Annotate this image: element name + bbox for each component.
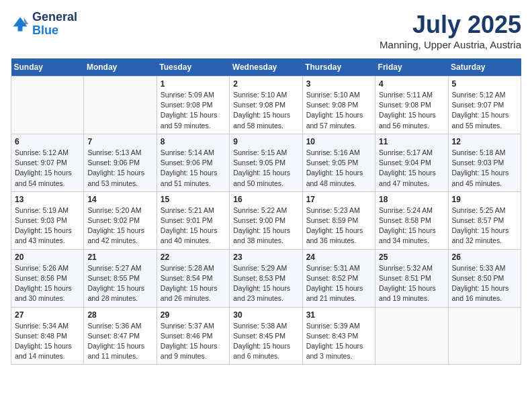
day-number: 5 (452, 79, 517, 89)
day-number: 1 (161, 79, 226, 89)
day-info: Sunrise: 5:17 AM Sunset: 9:04 PM Dayligh… (379, 148, 444, 189)
day-info: Sunrise: 5:36 AM Sunset: 8:47 PM Dayligh… (87, 321, 152, 362)
calendar-cell: 3Sunrise: 5:10 AM Sunset: 9:08 PM Daylig… (302, 77, 375, 134)
day-info: Sunrise: 5:18 AM Sunset: 9:03 PM Dayligh… (452, 148, 517, 189)
day-number: 29 (161, 310, 226, 320)
day-number: 10 (306, 137, 371, 146)
day-info: Sunrise: 5:29 AM Sunset: 8:53 PM Dayligh… (233, 263, 298, 304)
calendar-cell: 13Sunrise: 5:19 AM Sunset: 9:03 PM Dayli… (11, 191, 84, 249)
calendar-cell (11, 77, 84, 134)
calendar-cell: 28Sunrise: 5:36 AM Sunset: 8:47 PM Dayli… (84, 307, 157, 365)
calendar-cell: 7Sunrise: 5:13 AM Sunset: 9:06 PM Daylig… (84, 134, 157, 191)
day-number: 14 (87, 195, 152, 204)
day-info: Sunrise: 5:19 AM Sunset: 9:03 PM Dayligh… (15, 205, 80, 246)
day-info: Sunrise: 5:20 AM Sunset: 9:02 PM Dayligh… (87, 205, 152, 246)
day-info: Sunrise: 5:09 AM Sunset: 9:08 PM Dayligh… (161, 90, 226, 131)
day-info: Sunrise: 5:21 AM Sunset: 9:01 PM Dayligh… (161, 205, 226, 246)
day-number: 2 (233, 79, 298, 89)
calendar-cell: 11Sunrise: 5:17 AM Sunset: 9:04 PM Dayli… (375, 134, 448, 191)
calendar-cell: 17Sunrise: 5:23 AM Sunset: 8:59 PM Dayli… (302, 191, 375, 249)
day-number: 25 (379, 253, 444, 262)
day-info: Sunrise: 5:11 AM Sunset: 9:08 PM Dayligh… (379, 90, 444, 131)
day-info: Sunrise: 5:22 AM Sunset: 9:00 PM Dayligh… (233, 205, 298, 246)
day-number: 18 (379, 195, 444, 204)
weekday-header: Wednesday (230, 58, 302, 77)
calendar-cell: 9Sunrise: 5:15 AM Sunset: 9:05 PM Daylig… (230, 134, 302, 191)
day-info: Sunrise: 5:32 AM Sunset: 8:51 PM Dayligh… (379, 263, 444, 304)
day-info: Sunrise: 5:23 AM Sunset: 8:59 PM Dayligh… (306, 205, 371, 246)
day-number: 17 (306, 195, 371, 204)
calendar-cell: 16Sunrise: 5:22 AM Sunset: 9:00 PM Dayli… (230, 191, 302, 249)
calendar-cell: 21Sunrise: 5:27 AM Sunset: 8:55 PM Dayli… (84, 249, 157, 307)
calendar-cell: 5Sunrise: 5:12 AM Sunset: 9:07 PM Daylig… (448, 77, 521, 134)
calendar-cell: 30Sunrise: 5:38 AM Sunset: 8:45 PM Dayli… (230, 307, 302, 365)
page-header: General Blue July 2025 Manning, Upper Au… (11, 11, 521, 50)
day-number: 12 (452, 137, 517, 146)
calendar-cell: 31Sunrise: 5:39 AM Sunset: 8:43 PM Dayli… (302, 307, 375, 365)
weekday-header: Thursday (302, 58, 375, 77)
day-number: 23 (233, 253, 298, 262)
month-year: July 2025 (380, 11, 521, 39)
calendar-cell: 22Sunrise: 5:28 AM Sunset: 8:54 PM Dayli… (157, 249, 229, 307)
calendar-cell: 14Sunrise: 5:20 AM Sunset: 9:02 PM Dayli… (84, 191, 157, 249)
calendar-cell: 26Sunrise: 5:33 AM Sunset: 8:50 PM Dayli… (448, 249, 521, 307)
day-info: Sunrise: 5:37 AM Sunset: 8:46 PM Dayligh… (161, 321, 226, 362)
day-number: 7 (87, 137, 152, 146)
day-info: Sunrise: 5:15 AM Sunset: 9:05 PM Dayligh… (233, 148, 298, 189)
calendar-cell (375, 307, 448, 365)
day-number: 26 (452, 253, 517, 262)
day-number: 24 (306, 253, 371, 262)
day-info: Sunrise: 5:25 AM Sunset: 8:57 PM Dayligh… (452, 205, 517, 246)
calendar-cell: 1Sunrise: 5:09 AM Sunset: 9:08 PM Daylig… (157, 77, 229, 134)
logo-icon (11, 15, 30, 34)
weekday-header: Saturday (448, 58, 521, 77)
day-number: 4 (379, 79, 444, 89)
calendar-cell: 8Sunrise: 5:14 AM Sunset: 9:06 PM Daylig… (157, 134, 229, 191)
day-number: 30 (233, 310, 298, 320)
calendar-cell: 2Sunrise: 5:10 AM Sunset: 9:08 PM Daylig… (230, 77, 302, 134)
day-info: Sunrise: 5:10 AM Sunset: 9:08 PM Dayligh… (233, 90, 298, 131)
day-number: 20 (15, 253, 80, 262)
day-info: Sunrise: 5:27 AM Sunset: 8:55 PM Dayligh… (87, 263, 152, 304)
calendar-cell: 20Sunrise: 5:26 AM Sunset: 8:56 PM Dayli… (11, 249, 84, 307)
calendar-cell: 6Sunrise: 5:12 AM Sunset: 9:07 PM Daylig… (11, 134, 84, 191)
calendar-cell: 27Sunrise: 5:34 AM Sunset: 8:48 PM Dayli… (11, 307, 84, 365)
day-info: Sunrise: 5:26 AM Sunset: 8:56 PM Dayligh… (15, 263, 80, 304)
day-number: 27 (15, 310, 80, 320)
logo-text: General Blue (32, 11, 77, 38)
day-info: Sunrise: 5:16 AM Sunset: 9:05 PM Dayligh… (306, 148, 371, 189)
calendar-table: SundayMondayTuesdayWednesdayThursdayFrid… (11, 58, 521, 365)
calendar-cell: 29Sunrise: 5:37 AM Sunset: 8:46 PM Dayli… (157, 307, 229, 365)
day-number: 19 (452, 195, 517, 204)
weekday-header: Friday (375, 58, 448, 77)
calendar-cell: 15Sunrise: 5:21 AM Sunset: 9:01 PM Dayli… (157, 191, 229, 249)
day-number: 9 (233, 137, 298, 146)
calendar-cell (84, 77, 157, 134)
logo: General Blue (11, 11, 77, 38)
day-number: 6 (15, 137, 80, 146)
calendar-cell: 12Sunrise: 5:18 AM Sunset: 9:03 PM Dayli… (448, 134, 521, 191)
day-info: Sunrise: 5:34 AM Sunset: 8:48 PM Dayligh… (15, 321, 80, 362)
weekday-header: Tuesday (157, 58, 229, 77)
day-number: 22 (161, 253, 226, 262)
day-number: 28 (87, 310, 152, 320)
calendar-cell: 24Sunrise: 5:31 AM Sunset: 8:52 PM Dayli… (302, 249, 375, 307)
day-info: Sunrise: 5:24 AM Sunset: 8:58 PM Dayligh… (379, 205, 444, 246)
day-number: 21 (87, 253, 152, 262)
calendar-cell: 10Sunrise: 5:16 AM Sunset: 9:05 PM Dayli… (302, 134, 375, 191)
calendar-cell: 23Sunrise: 5:29 AM Sunset: 8:53 PM Dayli… (230, 249, 302, 307)
day-info: Sunrise: 5:10 AM Sunset: 9:08 PM Dayligh… (306, 90, 371, 131)
day-number: 3 (306, 79, 371, 89)
day-info: Sunrise: 5:13 AM Sunset: 9:06 PM Dayligh… (87, 148, 152, 189)
calendar-cell (448, 307, 521, 365)
day-number: 16 (233, 195, 298, 204)
title-block: July 2025 Manning, Upper Austria, Austri… (380, 11, 521, 50)
day-info: Sunrise: 5:14 AM Sunset: 9:06 PM Dayligh… (161, 148, 226, 189)
location: Manning, Upper Austria, Austria (380, 39, 521, 50)
day-info: Sunrise: 5:33 AM Sunset: 8:50 PM Dayligh… (452, 263, 517, 304)
day-info: Sunrise: 5:38 AM Sunset: 8:45 PM Dayligh… (233, 321, 298, 362)
day-number: 31 (306, 310, 371, 320)
day-number: 11 (379, 137, 444, 146)
weekday-header: Monday (84, 58, 157, 77)
calendar-cell: 18Sunrise: 5:24 AM Sunset: 8:58 PM Dayli… (375, 191, 448, 249)
